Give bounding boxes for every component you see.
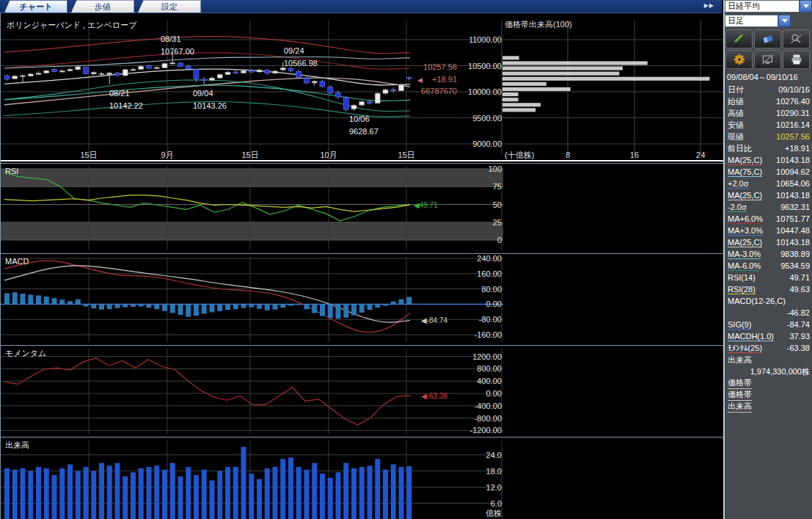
candle [107, 73, 112, 74]
indicator-row: 価格帯 [725, 377, 812, 389]
settings-gear-button[interactable] [725, 50, 753, 69]
svg-text:09/24: 09/24 [284, 46, 304, 55]
expand-tabs-icon[interactable]: ▶▶ [704, 2, 714, 9]
eraser-button[interactable] [754, 29, 781, 48]
svg-text:11000.00: 11000.00 [469, 35, 502, 44]
indicator-value: 10751.77 [776, 214, 810, 223]
svg-text:50: 50 [493, 200, 502, 209]
indicator-label[interactable]: MACDH(1.0) [728, 332, 774, 341]
svg-text:0.00: 0.00 [486, 389, 502, 398]
indicator-row: MACD(12-26,C) [725, 295, 812, 307]
svg-text:出来高: 出来高 [5, 440, 29, 449]
tab-settings[interactable]: 設定 [138, 0, 201, 12]
symbol-dropdown-arrow-icon[interactable] [800, 0, 812, 12]
indicator-label[interactable]: -2.0σ [728, 203, 747, 212]
indicator-label[interactable]: MA(25,C) [728, 191, 762, 200]
svg-text:-80.00: -80.00 [479, 315, 502, 324]
sidebar: 日経平均 日足 [723, 0, 812, 519]
period-dropdown-arrow-icon[interactable] [778, 15, 791, 27]
svg-text:ボリンジャーバンド , エンベロープ: ボリンジャーバンド , エンベロープ [7, 21, 137, 29]
candle [383, 90, 388, 93]
candle [288, 68, 293, 71]
svg-text:◀-63.38: ◀-63.38 [421, 392, 447, 400]
svg-text:10月: 10月 [320, 150, 337, 159]
candle [217, 75, 222, 79]
indicator-label: 現値 [728, 131, 744, 142]
indicator-row: 出来高 [725, 401, 812, 413]
drawing-toolbar [725, 27, 812, 70]
indicator-label: 日付 [728, 84, 744, 95]
svg-text:10767.00: 10767.00 [161, 47, 194, 56]
indicator-label[interactable]: 価格帯 [728, 377, 752, 389]
indicator-label[interactable]: 価格帯 [728, 389, 752, 401]
svg-text:◀: ◀ [417, 76, 423, 84]
indicator-row: 現値10257.56 [725, 131, 812, 142]
indicator-label[interactable]: RSI(28) [728, 285, 756, 294]
candle [343, 98, 348, 109]
svg-text:10143.26: 10143.26 [193, 101, 227, 110]
screen-disabled-button[interactable] [754, 50, 781, 69]
svg-text:10000.00: 10000.00 [468, 87, 502, 96]
candle [249, 70, 254, 72]
indicator-label: 出来高 [728, 355, 752, 366]
indicator-value: 10143.18 [776, 238, 810, 247]
tab-tick[interactable]: 歩値 [71, 0, 134, 12]
indicator-label[interactable]: ﾓﾒﾝﾀﾑ(25) [728, 344, 762, 353]
volume-panel: 24.018.012.06.0出来高億株 [1, 440, 503, 519]
tab-bar: チャート 歩値 設定 ▶▶ [0, 0, 722, 13]
indicator-label[interactable]: SIG(9) [728, 320, 751, 330]
svg-text:-800.00: -800.00 [475, 414, 502, 423]
svg-text:億株: 億株 [486, 509, 502, 518]
pencil-button[interactable] [725, 29, 753, 48]
svg-text:価格帯出来高(100): 価格帯出来高(100) [505, 20, 572, 29]
candle [336, 92, 341, 97]
zoom-disabled-button[interactable] [783, 29, 810, 48]
screen-slash-icon [761, 54, 775, 65]
candle [359, 101, 365, 105]
svg-text:(十億株): (十億株) [505, 150, 534, 159]
candle [225, 72, 230, 74]
svg-text:9000.00: 9000.00 [472, 139, 502, 148]
svg-text:◀49.71: ◀49.71 [414, 201, 438, 209]
svg-text:75: 75 [493, 182, 502, 191]
candle [233, 72, 238, 73]
indicator-label[interactable]: MA-3.0% [728, 250, 761, 259]
svg-text:12.0: 12.0 [486, 483, 502, 492]
indicator-row: RSI(28)49.63 [725, 283, 812, 295]
print-button[interactable] [783, 50, 810, 69]
candle [52, 69, 57, 71]
candle [122, 70, 128, 76]
indicator-label[interactable]: 出来高 [728, 401, 752, 413]
indicator-label: RSI(14) [728, 273, 756, 282]
indicator-value: 49.71 [789, 273, 810, 282]
svg-text:10142.22: 10142.22 [109, 101, 143, 110]
candle [304, 79, 310, 83]
svg-text:MACD: MACD [5, 257, 29, 266]
indicator-row: MA(25,C)10143.18 [725, 236, 812, 248]
indicator-row: 日付09/10/16 [725, 84, 812, 95]
indicator-label[interactable]: MA-6.0% [728, 261, 761, 271]
svg-text:9月: 9月 [161, 150, 173, 159]
tab-chart[interactable]: チャート [4, 0, 67, 12]
indicator-label[interactable]: MA(75,C) [728, 167, 762, 177]
indicator-value: +18.91 [785, 144, 810, 153]
svg-text:16: 16 [630, 150, 639, 159]
chart-canvas: 価格帯出来高(100)(十億株)8162411000.0010500.00100… [1, 13, 724, 519]
indicator-label[interactable]: MA+6.0% [728, 214, 763, 224]
symbol-select[interactable]: 日経平均 [725, 0, 812, 12]
svg-text:-160.00: -160.00 [475, 330, 502, 339]
period-select[interactable]: 日足 [725, 15, 791, 27]
indicator-value: -46.82 [787, 308, 810, 317]
svg-text:800.00: 800.00 [477, 364, 502, 373]
svg-text:1200.00: 1200.00 [472, 352, 502, 361]
indicator-label[interactable]: MA(25,C) [728, 156, 762, 165]
indicator-label[interactable]: +2.0σ [728, 179, 749, 189]
candle [351, 105, 356, 109]
indicator-label[interactable]: MA(25,C) [728, 238, 762, 247]
chart-area: 価格帯出来高(100)(十億株)8162411000.0010500.00100… [0, 13, 723, 519]
candle [265, 70, 270, 73]
indicator-label[interactable]: MA+3.0% [728, 226, 763, 236]
indicator-row: 始値10276.40 [725, 95, 812, 107]
candle [4, 76, 10, 79]
indicator-row: -2.0σ9632.31 [725, 201, 812, 213]
